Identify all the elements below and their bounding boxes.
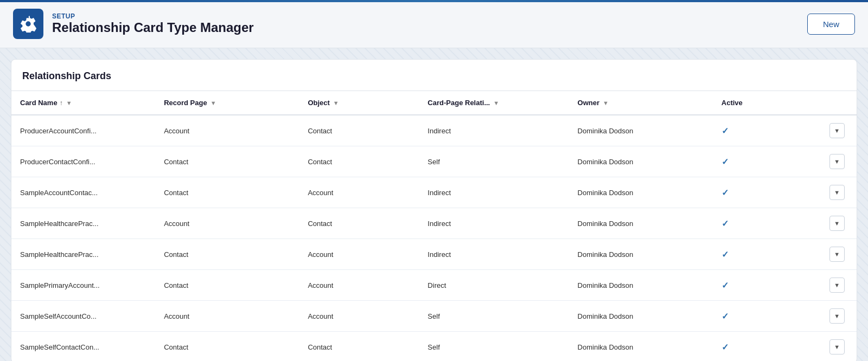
- cell-owner: Dominika Dodson: [569, 208, 713, 239]
- col-header-object[interactable]: Object ▼: [299, 91, 419, 115]
- cell-record-page: Contact: [155, 239, 299, 270]
- cell-card-name: SampleSelfAccountCo...: [11, 301, 155, 332]
- cell-record-page: Account: [155, 301, 299, 332]
- cell-action[interactable]: ▼: [821, 270, 857, 301]
- cell-card-page-relation: Indirect: [419, 239, 569, 270]
- row-action-button[interactable]: ▼: [829, 185, 845, 200]
- cell-card-page-relation: Indirect: [419, 115, 569, 146]
- chevron-down-icon: ▼: [66, 100, 72, 106]
- chevron-down-icon: ▼: [603, 100, 609, 106]
- row-action-button[interactable]: ▼: [829, 278, 845, 293]
- col-header-card-page-relation-label: Card-Page Relati...: [427, 99, 490, 107]
- cell-record-page: Account: [155, 115, 299, 146]
- cell-owner: Dominika Dodson: [569, 115, 713, 146]
- table-row: SamplePrimaryAccount... Contact Account …: [11, 270, 857, 301]
- sort-asc-icon: ↑: [60, 99, 63, 107]
- cell-object: Account: [299, 301, 419, 332]
- cell-record-page: Contact: [155, 270, 299, 301]
- row-action-button[interactable]: ▼: [829, 339, 845, 354]
- col-header-card-name[interactable]: Card Name ↑ ▼: [11, 91, 155, 115]
- cell-action[interactable]: ▼: [821, 115, 857, 146]
- cell-object: Contact: [299, 146, 419, 177]
- cell-action[interactable]: ▼: [821, 332, 857, 362]
- row-action-button[interactable]: ▼: [829, 123, 845, 138]
- cell-object: Contact: [299, 208, 419, 239]
- cell-owner: Dominika Dodson: [569, 270, 713, 301]
- cell-active: ✓: [713, 239, 821, 270]
- cell-owner: Dominika Dodson: [569, 301, 713, 332]
- cell-card-page-relation: Self: [419, 332, 569, 362]
- col-header-record-page[interactable]: Record Page ▼: [155, 91, 299, 115]
- row-action-button[interactable]: ▼: [829, 154, 845, 169]
- cell-active: ✓: [713, 115, 821, 146]
- cell-card-page-relation: Indirect: [419, 177, 569, 208]
- col-header-owner[interactable]: Owner ▼: [569, 91, 713, 115]
- cell-card-page-relation: Self: [419, 146, 569, 177]
- cell-active: ✓: [713, 146, 821, 177]
- chevron-down-icon: ▼: [333, 100, 339, 106]
- col-header-record-page-label: Record Page: [164, 99, 207, 107]
- cell-action[interactable]: ▼: [821, 239, 857, 270]
- table-row: SampleHealthcarePrac... Account Contact …: [11, 208, 857, 239]
- cell-active: ✓: [713, 270, 821, 301]
- cell-card-name: SampleHealthcarePrac...: [11, 239, 155, 270]
- table-row: SampleSelfAccountCo... Account Account S…: [11, 301, 857, 332]
- table-row: ProducerAccountConfi... Account Contact …: [11, 115, 857, 146]
- col-header-action: [821, 91, 857, 115]
- col-header-active-label: Active: [722, 99, 743, 107]
- cell-action[interactable]: ▼: [821, 301, 857, 332]
- setup-label: SETUP: [52, 12, 254, 20]
- cell-record-page: Account: [155, 208, 299, 239]
- cell-card-page-relation: Self: [419, 301, 569, 332]
- col-header-owner-label: Owner: [578, 99, 599, 107]
- cell-object: Contact: [299, 332, 419, 362]
- cell-record-page: Contact: [155, 332, 299, 362]
- cell-card-name: ProducerContactConfi...: [11, 146, 155, 177]
- row-action-button[interactable]: ▼: [829, 308, 845, 324]
- cell-card-name: SampleHealthcarePrac...: [11, 208, 155, 239]
- cell-object: Contact: [299, 115, 419, 146]
- header-left: SETUP Relationship Card Type Manager: [13, 9, 254, 39]
- cell-card-name: SampleSelfContactCon...: [11, 332, 155, 362]
- cell-active: ✓: [713, 208, 821, 239]
- active-checkmark: ✓: [722, 312, 729, 321]
- col-header-object-label: Object: [308, 99, 329, 107]
- cell-object: Account: [299, 239, 419, 270]
- app-header: SETUP Relationship Card Type Manager New: [0, 0, 868, 48]
- active-checkmark: ✓: [722, 281, 729, 290]
- cell-active: ✓: [713, 332, 821, 362]
- cell-active: ✓: [713, 177, 821, 208]
- relationship-cards-table: Card Name ↑ ▼ Record Page ▼ Object ▼: [11, 91, 857, 361]
- chevron-down-icon: ▼: [493, 100, 499, 106]
- cell-card-page-relation: Direct: [419, 270, 569, 301]
- cell-card-name: SamplePrimaryAccount...: [11, 270, 155, 301]
- page-title: Relationship Card Type Manager: [52, 20, 254, 35]
- active-checkmark: ✓: [722, 219, 729, 228]
- cell-active: ✓: [713, 301, 821, 332]
- col-header-active: Active: [713, 91, 821, 115]
- main-content: Relationship Cards Card Name ↑ ▼ Record …: [11, 59, 857, 361]
- cell-action[interactable]: ▼: [821, 177, 857, 208]
- cell-card-name: ProducerAccountConfi...: [11, 115, 155, 146]
- gear-icon: [20, 15, 37, 33]
- table-row: SampleSelfContactCon... Contact Contact …: [11, 332, 857, 362]
- table-row: SampleHealthcarePrac... Contact Account …: [11, 239, 857, 270]
- row-action-button[interactable]: ▼: [829, 247, 845, 262]
- cell-owner: Dominika Dodson: [569, 239, 713, 270]
- cell-card-page-relation: Indirect: [419, 208, 569, 239]
- active-checkmark: ✓: [722, 343, 729, 352]
- col-header-card-page-relation[interactable]: Card-Page Relati... ▼: [419, 91, 569, 115]
- col-header-card-name-label: Card Name: [20, 99, 58, 107]
- cell-owner: Dominika Dodson: [569, 146, 713, 177]
- cell-action[interactable]: ▼: [821, 146, 857, 177]
- row-action-button[interactable]: ▼: [829, 216, 845, 231]
- table-row: SampleAccountContac... Contact Account I…: [11, 177, 857, 208]
- cell-action[interactable]: ▼: [821, 208, 857, 239]
- cell-object: Account: [299, 270, 419, 301]
- cell-owner: Dominika Dodson: [569, 332, 713, 362]
- new-button[interactable]: New: [807, 14, 855, 35]
- section-title: Relationship Cards: [11, 60, 857, 91]
- table-header-row: Card Name ↑ ▼ Record Page ▼ Object ▼: [11, 91, 857, 115]
- gear-icon-box: [13, 9, 43, 39]
- table-row: ProducerContactConfi... Contact Contact …: [11, 146, 857, 177]
